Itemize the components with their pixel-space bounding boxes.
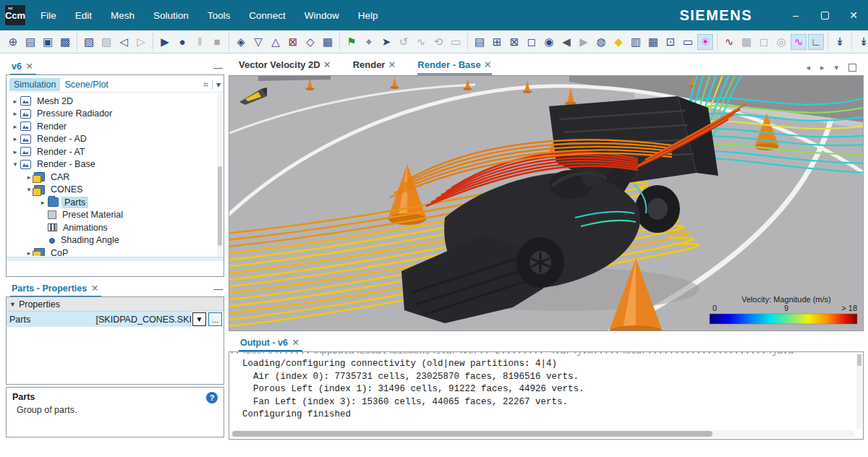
mesh-scene-icon[interactable]: ◇ — [302, 34, 318, 50]
line-plot-icon[interactable]: ∿ — [791, 34, 807, 50]
tabs-prev-icon[interactable]: ◂ — [806, 63, 810, 72]
edit-ellipsis-button[interactable]: ... — [208, 312, 222, 326]
tree-item-pressure-radiador[interactable]: ▸Pressure Radiador — [7, 108, 216, 121]
close-button[interactable]: ✕ — [839, 0, 868, 30]
delete-mesh-icon[interactable]: ⊠ — [285, 34, 301, 50]
overflow-2-icon[interactable]: ↡ — [856, 34, 868, 50]
tree-item-shading-angle[interactable]: Shading Angle — [7, 234, 216, 247]
output-tab-close-icon[interactable]: ✕ — [290, 338, 299, 348]
fit-view-icon[interactable]: ⊞ — [489, 34, 505, 50]
scene-tab-render[interactable]: Render✕ — [353, 59, 396, 75]
output-hscrollbar[interactable] — [231, 430, 854, 437]
snapshot-icon[interactable]: ◉ — [541, 34, 557, 50]
tree-options-dropdown-icon[interactable]: ▾ — [216, 80, 221, 90]
explorer-tab-close-icon[interactable]: ✕ — [24, 61, 33, 72]
mesh-clip-icon[interactable]: △ — [268, 34, 284, 50]
tree-item-animations[interactable]: Animations — [7, 221, 216, 234]
output-tab[interactable]: Output - v6 ✕ — [239, 336, 302, 352]
save-icon[interactable]: ▣ — [40, 34, 56, 50]
output-vscrollbar-thumb[interactable] — [857, 354, 861, 366]
pause-icon[interactable]: ‖ — [192, 34, 208, 50]
tree-item-cop[interactable]: ▸CoP — [7, 247, 216, 256]
tree-item-mesh-2d[interactable]: ▸Mesh 2D — [7, 95, 216, 108]
filter-funnel-button[interactable]: ▼ — [192, 312, 206, 326]
tree-item-car[interactable]: ▸CAR — [7, 171, 216, 184]
stop-icon[interactable]: ■ — [209, 34, 225, 50]
expand-arrow-icon[interactable]: ▸ — [11, 98, 20, 105]
new-simulation-icon[interactable]: ⊕ — [5, 34, 21, 50]
view-forward-icon[interactable]: ▶ — [576, 34, 592, 50]
menu-connect[interactable]: Connect — [249, 10, 285, 21]
expand-arrow-icon[interactable]: ▸ — [11, 148, 20, 155]
clear-solution-icon[interactable]: ▭ — [448, 34, 464, 50]
lighting-icon[interactable]: ☀ — [697, 34, 713, 50]
surface-repair-icon[interactable]: ▽ — [250, 34, 266, 50]
properties-tab[interactable]: Parts - Properties ✕ — [10, 281, 101, 298]
properties-section-header[interactable]: ▼ Properties — [7, 297, 224, 312]
ruler-icon[interactable]: ▥ — [628, 34, 644, 50]
reset-solution-icon[interactable]: ⟲ — [430, 34, 446, 50]
help-question-icon[interactable]: ? — [206, 392, 218, 403]
output-vscrollbar[interactable] — [856, 353, 862, 429]
menu-solution[interactable]: Solution — [153, 10, 189, 21]
tree-scrollbar[interactable] — [217, 94, 223, 256]
explorer-tab[interactable]: v6 ✕ — [10, 59, 36, 76]
section-plane-icon[interactable]: ◆ — [610, 34, 626, 50]
render-viewport[interactable]: Velocity: Magnitude (m/s) 0 9 > 18 — [229, 75, 864, 331]
axes-plot-icon[interactable]: ∟ — [808, 34, 824, 50]
scene-view-icon[interactable]: ▤ — [472, 34, 488, 50]
tree-item-render-at[interactable]: ▸Render - AT — [7, 145, 216, 158]
save-all-icon[interactable]: ▩ — [57, 34, 73, 50]
tabs-next-icon[interactable]: ▸ — [820, 63, 825, 72]
tree-item-render[interactable]: ▸Render — [7, 120, 216, 133]
properties-tab-close-icon[interactable]: ✕ — [90, 283, 98, 294]
expand-arrow-icon[interactable]: ▸ — [11, 110, 20, 117]
tab-close-icon[interactable]: ✕ — [320, 59, 331, 70]
scene-canvas[interactable]: Velocity: Magnitude (m/s) 0 9 > 18 — [229, 76, 863, 330]
expand-arrow-icon[interactable]: ▸ — [38, 199, 47, 206]
clip-sphere-icon[interactable]: ◍ — [593, 34, 609, 50]
properties-minimize-button[interactable]: — — [213, 283, 223, 294]
output-hscrollbar-thumb[interactable] — [232, 431, 712, 437]
reset-camera-icon[interactable]: ⊠ — [506, 34, 522, 50]
explorer-minimize-button[interactable]: — — [213, 62, 223, 73]
tab-close-icon[interactable]: ✕ — [481, 59, 492, 70]
forward-icon[interactable]: ▷ — [133, 34, 149, 50]
collapse-arrow-icon[interactable]: ▾ — [11, 161, 20, 168]
expand-arrow-icon[interactable]: ▸ — [11, 135, 20, 142]
menu-window[interactable]: Window — [305, 10, 339, 21]
hierarchy-view-icon[interactable]: ⌗ — [203, 80, 208, 90]
menu-edit[interactable]: Edit — [75, 10, 92, 21]
run-solver-icon[interactable]: ➤ — [378, 34, 394, 50]
copy-icon[interactable]: ▧ — [81, 34, 97, 50]
expand-arrow-icon[interactable]: ▸ — [11, 123, 20, 130]
tree-item-cones[interactable]: ▾CONES — [7, 184, 216, 197]
tree-item-render-ad[interactable]: ▸Render - AD — [7, 133, 216, 146]
tree-item-parts[interactable]: ▸Parts — [7, 196, 216, 209]
run-icon[interactable]: ● — [174, 34, 190, 50]
tree-item-preset-material[interactable]: Preset Material — [7, 209, 216, 222]
box-select-icon[interactable]: ◻ — [756, 34, 772, 50]
tab-scene-plot[interactable]: Scene/Plot — [60, 78, 112, 91]
menu-mesh[interactable]: Mesh — [111, 10, 135, 21]
menu-file[interactable]: File — [41, 10, 56, 21]
tabs-list-icon[interactable]: ▾ — [834, 63, 838, 72]
rubberband-select-icon[interactable]: ◻ — [524, 34, 540, 50]
walk-solver-icon[interactable]: ⌖ — [361, 34, 377, 50]
parts-property-row[interactable]: Parts [SKIDPAD_CONES.SKI ▼ ... — [7, 312, 224, 327]
back-icon[interactable]: ◁ — [116, 34, 132, 50]
output-console[interactable]: ::\Users\::::::\AppData\Local\Siemens\st… — [229, 351, 864, 440]
region-select-icon[interactable]: ▩ — [739, 34, 754, 50]
step-loop-icon[interactable]: ↺ — [396, 34, 412, 50]
tab-simulation[interactable]: Simulation — [9, 78, 60, 91]
generate-mesh-icon[interactable]: ◈ — [233, 34, 249, 50]
open-file-icon[interactable]: ▤ — [22, 34, 38, 50]
restore-button[interactable] — [810, 0, 839, 30]
step-icon[interactable]: ▶ — [157, 34, 173, 50]
view-back-icon[interactable]: ◀ — [558, 34, 574, 50]
minimize-button[interactable]: – — [781, 0, 810, 30]
start-flag-icon[interactable]: ⚑ — [344, 34, 359, 50]
tree-item-render-base[interactable]: ▾Render - Base — [7, 158, 216, 171]
tab-close-icon[interactable]: ✕ — [385, 59, 396, 70]
route-icon[interactable]: ∿ — [413, 34, 429, 50]
